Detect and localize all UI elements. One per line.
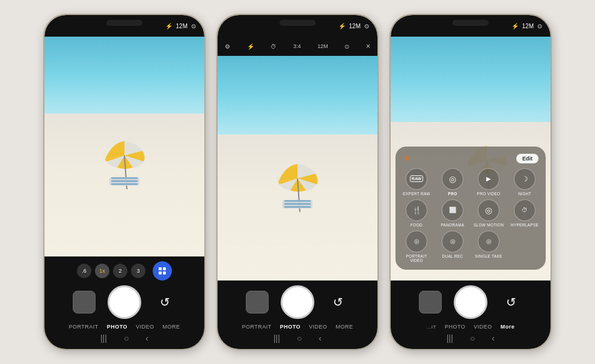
shutter-btn-1[interactable] <box>108 285 141 319</box>
phone2-camera-bottom: ↺ PORTRAIT PHOTO VIDEO MORE ||| ○ ‹ <box>218 281 377 349</box>
svg-rect-4 <box>111 180 138 182</box>
zoom-1x-btn[interactable]: 1x <box>95 264 109 278</box>
food-label: FOOD <box>410 223 423 227</box>
night-icon: ☽ <box>514 168 536 190</box>
svg-rect-6 <box>159 267 162 270</box>
more-item-food[interactable]: 🍴 FOOD <box>400 199 433 227</box>
mode-more-3[interactable]: More <box>501 324 515 330</box>
phone1-viewfinder <box>44 37 204 256</box>
more-item-dual-rec[interactable]: ◎ DUAL REC <box>436 231 469 262</box>
nav-home-icon-3[interactable]: ○ <box>470 333 475 343</box>
mp-label: 12M <box>317 43 328 49</box>
more-item-pro-video[interactable]: ▶ PRO VIDEO <box>472 168 505 196</box>
ratio-label[interactable]: 3:4 <box>293 43 301 49</box>
mode-portrait-2[interactable]: PORTRAIT <box>242 324 271 330</box>
flash-settings-icon[interactable]: ⚡ <box>247 43 254 50</box>
mode-it-3[interactable]: ...IT <box>427 324 436 330</box>
timer-icon[interactable]: ⏱ <box>270 43 276 50</box>
more-grid: RAW EXPERT RAW ◎ PRO ▶ PRO VIDEO ☽ NI <box>400 168 541 262</box>
more-item-portrait-video[interactable]: ◎ PORTRAIT VIDEO <box>400 231 433 262</box>
more-item-panorama[interactable]: ⬜ PANORAMA <box>436 199 469 227</box>
nav-back-icon-2[interactable]: ‹ <box>319 333 322 343</box>
eye-icon[interactable]: 👁 <box>403 154 411 163</box>
mode-photo-1[interactable]: PHOTO <box>107 324 127 330</box>
shutter-btn-3[interactable] <box>454 285 487 319</box>
svg-rect-14 <box>284 203 311 205</box>
dual-rec-label: DUAL REC <box>442 254 463 258</box>
phone1-wrapper: ⚡ 12M ⊙ <box>43 14 206 350</box>
shutter-btn-2[interactable] <box>281 285 314 319</box>
svg-rect-13 <box>284 200 311 202</box>
grid-view-btn[interactable] <box>153 261 172 281</box>
nav-row-2: ||| ○ ‹ <box>273 333 322 345</box>
hyperlapse-icon: ⏱ <box>514 199 536 221</box>
megapixels-label: 12M <box>176 23 188 29</box>
mode-more-1[interactable]: MORE <box>163 324 180 330</box>
nav-home-icon-2[interactable]: ○ <box>297 333 302 343</box>
mode-video-3[interactable]: VIDEO <box>474 324 492 330</box>
portrait-video-label: PORTRAIT VIDEO <box>400 254 433 262</box>
phone3-top-bar: ⚡ 12M ⊙ <box>391 15 551 37</box>
flip-btn-2[interactable]: ↺ <box>326 291 349 314</box>
camera-settings-icon[interactable]: ⚙ <box>225 43 230 50</box>
nav-back-icon[interactable]: ‹ <box>145 333 148 343</box>
zoom-06-btn[interactable]: .6 <box>77 264 91 278</box>
phone2-top-icons: ⚡ 12M ⊙ <box>338 23 369 29</box>
flip-btn-3[interactable]: ↺ <box>499 291 522 314</box>
settings-icon[interactable]: ⊙ <box>191 23 196 29</box>
gallery-btn-2[interactable] <box>246 291 269 314</box>
more-item-expert-raw[interactable]: RAW EXPERT RAW <box>400 168 433 196</box>
svg-rect-8 <box>159 271 162 275</box>
phone1-notch <box>106 20 142 26</box>
pro-video-label: PRO VIDEO <box>477 192 501 196</box>
single-take-icon: ◎ <box>478 231 499 252</box>
flip-btn-1[interactable]: ↺ <box>153 291 176 314</box>
expert-raw-icon: RAW <box>406 168 427 190</box>
phone1-camera-bottom: .6 1x 2 3 ↺ <box>44 256 204 349</box>
food-icon: 🍴 <box>406 199 427 221</box>
gallery-btn-3[interactable] <box>419 291 442 314</box>
mode-video-2[interactable]: VIDEO <box>309 324 328 330</box>
beach-umbrella-2 <box>273 159 322 213</box>
flash-icon-2[interactable]: ⚡ <box>338 23 346 29</box>
nav-menu-icon-3[interactable]: ||| <box>447 333 453 343</box>
beach-scene-1 <box>44 37 204 256</box>
night-label: NIGHT <box>518 192 531 196</box>
phone2-viewfinder <box>218 56 377 281</box>
edit-button[interactable]: Edit <box>516 154 539 163</box>
svg-rect-9 <box>163 271 166 275</box>
svg-rect-5 <box>111 183 138 185</box>
gallery-btn-1[interactable] <box>73 291 96 314</box>
mode-photo-2[interactable]: PHOTO <box>280 324 301 330</box>
zoom-controls-1: .6 1x 2 3 <box>77 261 172 281</box>
more-item-pro[interactable]: ◎ PRO <box>436 168 469 196</box>
flash-icon-3[interactable]: ⚡ <box>511 23 519 29</box>
mode-more-2[interactable]: MORE <box>336 324 353 330</box>
settings-bar: ⚙ ⚡ ⏱ 3:4 12M ⊙ × <box>218 37 377 56</box>
nav-home-icon[interactable]: ○ <box>124 333 129 343</box>
close-icon[interactable]: × <box>366 42 370 50</box>
more-item-slow-motion[interactable]: ◎ SLOW MOTION <box>472 199 505 227</box>
shutter-row-1: ↺ <box>44 285 204 319</box>
more-item-hyperlapse[interactable]: ⏱ HYPERLAPSE <box>508 199 541 227</box>
phone3-viewfinder: 👁 Edit RAW EXPERT RAW ◎ PRO <box>391 37 551 281</box>
phone3-notch <box>453 20 489 26</box>
expert-raw-label: EXPERT RAW <box>403 192 430 196</box>
mode-photo-3[interactable]: PHOTO <box>445 324 465 330</box>
nav-back-icon-3[interactable]: ‹ <box>492 333 495 343</box>
svg-rect-3 <box>111 177 138 179</box>
more-item-single-take[interactable]: ◎ SINGLE TAKE <box>472 231 505 262</box>
zoom-2-btn[interactable]: 2 <box>113 264 127 278</box>
settings-icon-3[interactable]: ⊙ <box>537 23 542 29</box>
mode-video-1[interactable]: VIDEO <box>136 324 154 330</box>
beach-umbrella-1 <box>100 136 148 190</box>
nav-menu-icon[interactable]: ||| <box>100 333 107 343</box>
mode-portrait-1[interactable]: PORTRAIT <box>69 324 98 330</box>
more-item-night[interactable]: ☽ NIGHT <box>508 168 541 196</box>
more-settings-icon[interactable]: ⊙ <box>344 43 349 50</box>
beach-scene-2 <box>218 56 377 281</box>
zoom-3-btn[interactable]: 3 <box>131 264 145 278</box>
settings-icon-2[interactable]: ⊙ <box>364 23 369 29</box>
nav-menu-icon-2[interactable]: ||| <box>273 333 280 343</box>
flash-icon[interactable]: ⚡ <box>165 23 172 29</box>
